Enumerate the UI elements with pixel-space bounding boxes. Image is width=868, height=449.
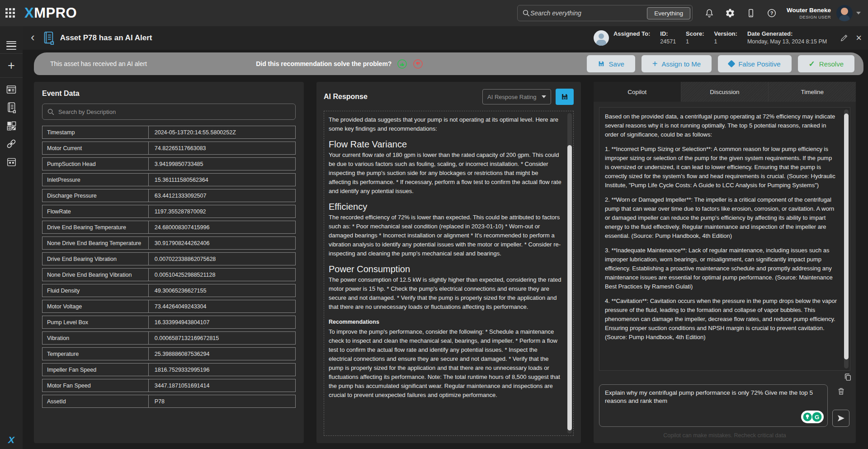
copilot-prompt-box[interactable]: Explain why my centrifugal pump performa… xyxy=(599,384,828,427)
search-scope-button[interactable]: Everything xyxy=(647,7,690,19)
table-row: Impeller Fan Speed 1816.7529332995196 xyxy=(42,363,296,376)
svg-text:?: ? xyxy=(770,11,773,16)
sidebar-item-dashboards[interactable] xyxy=(0,80,23,99)
close-icon[interactable]: × xyxy=(856,33,862,43)
grammarly-widget[interactable]: G xyxy=(801,411,824,423)
table-row: Drive End Bearing Temperature 24.6800083… xyxy=(42,221,296,234)
date-generated-label: Date Generated: xyxy=(747,30,827,38)
section-body: To improve the pump's performance, consi… xyxy=(329,327,561,400)
copilot-disclaimer: Copilot can make mistakes. Recheck criti… xyxy=(594,432,856,439)
table-row: Pump Level Box 16.333994943804107 xyxy=(42,316,296,329)
save-button[interactable]: Save xyxy=(587,55,635,72)
thumbs-up-icon[interactable] xyxy=(397,59,407,69)
mobile-device-icon[interactable] xyxy=(746,8,756,18)
search-input[interactable] xyxy=(530,9,647,17)
sidebar-item-data-manager[interactable] xyxy=(0,153,23,171)
table-row: Motor Fan Speed 3447.1871051691414 xyxy=(42,379,296,392)
row-value: 0.007022338862075628 xyxy=(149,253,295,265)
search-icon xyxy=(47,108,55,116)
thumbs-down-icon[interactable] xyxy=(413,59,423,69)
save-floppy-icon xyxy=(561,93,569,101)
event-data-panel: Event Data Timestamp 2024-05-13T20:14:55… xyxy=(34,82,304,443)
table-row: Vibration 0.0006587132169672815 xyxy=(42,331,296,345)
table-row: PumpSuction Head 3.94199850733485 xyxy=(42,157,296,170)
settings-gear-icon[interactable] xyxy=(725,8,735,18)
row-label: Drive End Bearing Vibration xyxy=(42,253,149,265)
rating-placeholder: AI Respose Rating xyxy=(487,94,536,100)
tab-timeline[interactable]: Timeline xyxy=(768,82,856,102)
ai-response-rating-dropdown[interactable]: AI Respose Rating xyxy=(482,89,551,104)
clear-prompt-trash-icon[interactable] xyxy=(837,387,845,396)
copy-response-icon[interactable] xyxy=(843,373,852,382)
ai-response-body: The provided data suggests that your pum… xyxy=(324,111,574,436)
back-button[interactable]: ‹ xyxy=(31,31,35,43)
version-value: 1 xyxy=(714,38,737,45)
sidebar-item-app-designer[interactable] xyxy=(0,117,23,135)
global-search[interactable]: Everything xyxy=(517,5,693,21)
copilot-prompt-input[interactable]: Explain why my centrifugal pump performa… xyxy=(605,389,822,412)
sidebar-item-recommendations[interactable] xyxy=(0,99,23,117)
copilot-paragraph: Based on the provided data, a centrifuga… xyxy=(605,112,837,139)
row-value: 73.44264049243304 xyxy=(149,300,295,312)
copilot-paragraph: 2. **Worn or Damaged Impeller**: The imp… xyxy=(605,195,837,241)
user-role: DESIGN USER xyxy=(787,14,831,20)
app-launcher-icon[interactable] xyxy=(5,8,15,18)
notifications-bell-icon[interactable] xyxy=(704,8,714,18)
user-avatar[interactable] xyxy=(836,5,853,21)
table-row: FlowRate 1197.355287870092 xyxy=(42,205,296,218)
send-arrow-icon xyxy=(836,414,845,423)
score-label: Score: xyxy=(686,30,704,38)
user-menu-caret-icon[interactable] xyxy=(856,12,861,14)
false-positive-button[interactable]: False Positive xyxy=(718,55,791,72)
date-generated-value: Monday, May 13, 2024 8:15 PM xyxy=(747,38,827,45)
copilot-scrollbar-thumb[interactable] xyxy=(844,113,849,359)
resolve-button-label: Resolve xyxy=(819,60,844,68)
sidebar-add-button[interactable]: + xyxy=(0,57,23,75)
row-label: Motor Current xyxy=(42,142,149,154)
resolve-button[interactable]: ✓ Resolve xyxy=(798,55,854,72)
row-value: 1816.7529332995196 xyxy=(149,364,295,376)
row-value: 74.82265117663083 xyxy=(149,142,295,154)
assigned-to-label: Assigned To: xyxy=(613,30,650,38)
edit-pencil-icon[interactable] xyxy=(840,33,849,43)
send-button[interactable] xyxy=(832,410,849,427)
row-value: 16.333994943804107 xyxy=(149,316,295,328)
copilot-paragraph: 1. **Incorrect Pump Sizing or Selection*… xyxy=(605,145,837,190)
row-value: 2024-05-13T20:14:55.5800252Z xyxy=(149,126,295,138)
version-meta: Version: 1 xyxy=(714,30,737,45)
tab-discussion[interactable]: Discussion xyxy=(681,82,769,102)
event-search[interactable] xyxy=(42,104,296,120)
ai-response-panel: AI Response AI Respose Rating The provid… xyxy=(316,82,581,443)
help-icon[interactable]: ? xyxy=(767,8,777,18)
row-label: PumpSuction Head xyxy=(42,158,149,170)
ai-response-sections: Flow Rate Variance Your current flow rat… xyxy=(329,140,561,400)
sidebar-menu-toggle[interactable] xyxy=(6,33,16,51)
row-label: AssetId xyxy=(42,395,149,407)
user-menu[interactable]: Wouter Beneke DESIGN USER xyxy=(787,7,831,20)
event-search-input[interactable] xyxy=(58,109,291,115)
event-data-title: Event Data xyxy=(42,90,296,98)
assigned-to-meta: Assigned To: xyxy=(613,30,650,45)
table-row: None Drive End Bearing Vibration 0.00510… xyxy=(42,268,296,281)
tab-copilot[interactable]: Copilot xyxy=(594,82,681,102)
page-title: Asset P78 has an AI Alert xyxy=(60,33,152,43)
sidebar-item-integrations-link[interactable] xyxy=(0,135,23,153)
table-row: None Drive End Bearing Temperature 30.91… xyxy=(42,236,296,250)
ai-scrollbar-thumb[interactable] xyxy=(567,145,572,430)
row-value: 63.44121333092507 xyxy=(149,189,295,202)
chevron-down-icon xyxy=(542,95,546,98)
copilot-paragraph: 4. **Cavitation**: Cavitation occurs whe… xyxy=(605,297,837,342)
search-icon xyxy=(522,9,530,17)
assign-button-label: Assign to Me xyxy=(661,60,701,68)
false-positive-diamond-icon xyxy=(728,60,736,68)
xmpro-x-logo: X xyxy=(8,435,14,445)
table-row: InletPressure 15.361111580562364 xyxy=(42,173,296,186)
copilot-scrollbar xyxy=(844,109,849,369)
false-positive-label: False Positive xyxy=(738,60,780,68)
assign-to-me-button[interactable]: + Assign to Me xyxy=(642,55,712,72)
row-value: 15.361111580562364 xyxy=(149,174,295,186)
section-heading: Efficiency xyxy=(329,202,561,211)
row-value: 1197.355287870092 xyxy=(149,205,295,217)
logo-x: X xyxy=(24,5,34,21)
save-rating-button[interactable] xyxy=(556,89,574,105)
